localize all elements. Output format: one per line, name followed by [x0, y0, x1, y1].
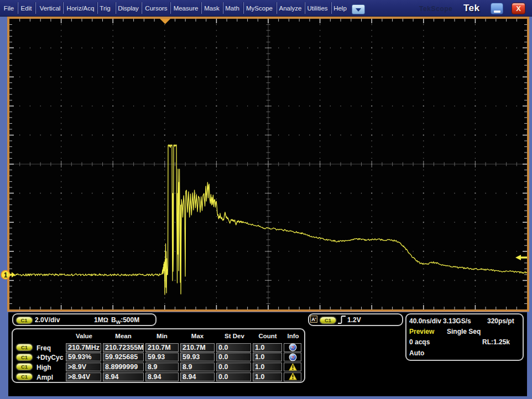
svg-text:1: 1	[4, 271, 8, 279]
svg-text:?: ?	[291, 344, 295, 350]
svg-text:?: ?	[291, 354, 295, 360]
